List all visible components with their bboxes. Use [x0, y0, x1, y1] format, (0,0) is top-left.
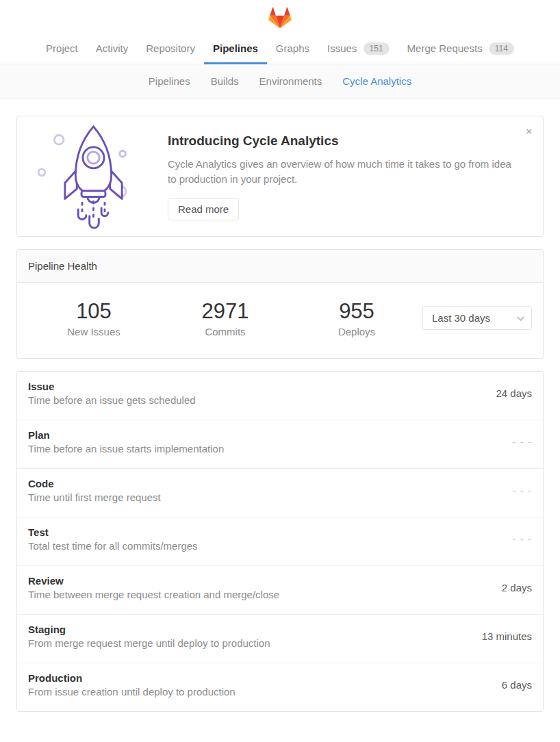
stat-deploys-label: Deploys — [291, 326, 422, 337]
main-header: Project Activity Repository Pipelines Gr… — [0, 0, 560, 64]
stage-name: Plan — [28, 429, 224, 441]
nav-item-merge-requests[interactable]: Merge Requests 114 — [398, 35, 523, 64]
pipeline-health-panel: Pipeline Health 105 New Issues 2971 Comm… — [16, 249, 544, 359]
date-range-selected: Last 30 days — [432, 312, 490, 324]
pipelines-sub-nav: Pipelines Builds Environments Cycle Anal… — [0, 64, 560, 99]
stat-new-issues: 105 New Issues — [28, 299, 160, 337]
stage-value: 13 minutes — [468, 630, 532, 642]
nav-item-graphs[interactable]: Graphs — [267, 35, 318, 64]
nav-item-issues[interactable]: Issues 151 — [318, 35, 398, 64]
nav-item-issues-label: Issues — [327, 42, 357, 54]
cycle-stages-panel: Issue Time before an issue gets schedule… — [16, 371, 544, 712]
stage-name: Review — [28, 575, 279, 587]
stage-row-review: Review Time between merge request creati… — [17, 566, 543, 615]
cycle-analytics-page: Introducing Cycle Analytics Cycle Analyt… — [16, 116, 544, 712]
stage-row-code: Code Time until first merge request - - … — [17, 469, 543, 517]
stat-deploys: 955 Deploys — [291, 299, 422, 337]
stat-new-issues-label: New Issues — [28, 326, 160, 337]
stat-deploys-value: 955 — [291, 299, 422, 324]
intro-description: Cycle Analytics gives an overview of how… — [168, 157, 513, 187]
pipeline-health-stats: 105 New Issues 2971 Commits 955 Deploys — [28, 299, 422, 337]
subnav-item-cycle-analytics[interactable]: Cycle Analytics — [332, 64, 422, 99]
intro-text: Introducing Cycle Analytics Cycle Analyt… — [158, 132, 513, 221]
stage-name: Code — [28, 478, 161, 489]
rocket-illustration — [28, 123, 158, 229]
gitlab-logo-icon[interactable] — [267, 5, 293, 32]
stage-name: Staging — [28, 624, 270, 635]
stage-value: 2 days — [488, 582, 532, 593]
nav-item-merge-requests-label: Merge Requests — [407, 42, 483, 54]
stat-commits: 2971 Commits — [160, 299, 291, 337]
subnav-item-pipelines[interactable]: Pipelines — [138, 64, 201, 99]
intro-banner: Introducing Cycle Analytics Cycle Analyt… — [16, 116, 544, 237]
date-range-dropdown[interactable]: Last 30 days — [422, 306, 532, 330]
read-more-button[interactable]: Read more — [168, 198, 239, 220]
merge-requests-count-badge: 114 — [489, 42, 514, 55]
stage-description: Time between merge request creation and … — [28, 589, 279, 600]
stage-value: 6 days — [488, 679, 532, 691]
main-nav: Project Activity Repository Pipelines Gr… — [0, 35, 560, 64]
stage-description: From issue creation until deploy to prod… — [28, 686, 236, 698]
subnav-item-environments[interactable]: Environments — [249, 64, 333, 99]
stage-name: Test — [28, 526, 198, 538]
stage-name: Production — [28, 672, 236, 684]
stat-new-issues-value: 105 — [28, 299, 160, 324]
issues-count-badge: 151 — [364, 42, 390, 55]
stage-description: Time before an issue gets scheduled — [28, 394, 196, 406]
chevron-down-icon — [517, 314, 524, 321]
nav-item-repository[interactable]: Repository — [137, 35, 204, 64]
nav-item-pipelines[interactable]: Pipelines — [204, 35, 267, 64]
stage-name: Issue — [28, 381, 196, 392]
nav-item-activity[interactable]: Activity — [87, 35, 138, 64]
stage-value: - - - — [499, 533, 532, 545]
nav-item-project[interactable]: Project — [37, 35, 87, 64]
intro-title: Introducing Cycle Analytics — [168, 133, 513, 149]
stage-value: - - - — [499, 436, 532, 448]
pipeline-health-title: Pipeline Health — [17, 250, 543, 283]
stat-commits-value: 2971 — [160, 299, 291, 324]
stage-row-test: Test Total test time for all commits/mer… — [17, 517, 543, 566]
stage-description: Time until first merge request — [28, 491, 161, 503]
stage-value: 24 days — [482, 387, 532, 399]
pipeline-health-body: 105 New Issues 2971 Commits 955 Deploys … — [17, 283, 543, 358]
stage-description: Total test time for all commits/merges — [28, 540, 198, 552]
subnav-item-builds[interactable]: Builds — [201, 64, 249, 99]
stage-row-issue: Issue Time before an issue gets schedule… — [17, 372, 543, 420]
stage-row-plan: Plan Time before an issue starts impleme… — [17, 420, 543, 469]
close-icon[interactable]: × — [526, 126, 532, 136]
stage-row-staging: Staging From merge request merge until d… — [17, 615, 543, 663]
stage-row-production: Production From issue creation until dep… — [17, 663, 543, 711]
stage-description: Time before an issue starts implementati… — [28, 443, 224, 455]
stage-description: From merge request merge until deploy to… — [28, 637, 270, 649]
stat-commits-label: Commits — [160, 326, 291, 337]
stage-value: - - - — [499, 485, 532, 496]
